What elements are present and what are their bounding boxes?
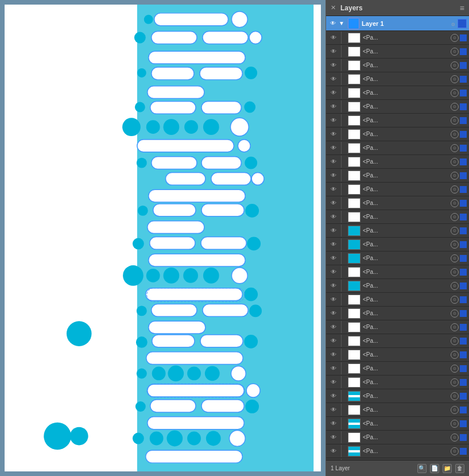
layer-row[interactable]: 👁<Pa...⊙	[326, 348, 469, 362]
close-icon[interactable]: ✕	[331, 4, 336, 11]
layer-row[interactable]: 👁<Pa...⊙	[326, 72, 469, 86]
layer-eye-icon[interactable]: 👁	[328, 407, 339, 413]
layers-menu-icon[interactable]: ≡	[460, 3, 464, 13]
layer-row[interactable]: 👁<Pa...⊙	[326, 251, 469, 265]
layer-group-eye[interactable]: 👁	[328, 20, 338, 26]
layer-visibility-icon[interactable]: ⊙	[451, 337, 459, 345]
layer-visibility-icon[interactable]: ⊙	[451, 268, 459, 276]
layer-row[interactable]: 👁<Pa...⊙	[326, 417, 469, 431]
layer-eye-icon[interactable]: 👁	[328, 172, 339, 179]
layer-row[interactable]: 👁<Pa...⊙	[326, 224, 469, 238]
layer-visibility-icon[interactable]: ⊙	[451, 378, 459, 386]
layer-visibility-icon[interactable]: ⊙	[451, 172, 459, 180]
layer-row[interactable]: 👁<Pa...⊙	[326, 183, 469, 196]
layer-visibility-icon[interactable]: ⊙	[451, 406, 459, 414]
layer-eye-icon[interactable]: 👁	[328, 62, 339, 68]
layer-group-lock[interactable]: ⊙	[451, 20, 455, 27]
layer-row[interactable]: 👁<Pa...⊙	[326, 293, 469, 307]
layer-row[interactable]: 👁<Pa...⊙	[326, 100, 469, 114]
layer-row[interactable]: 👁<Pa...⊙	[326, 431, 469, 444]
layer-eye-icon[interactable]: 👁	[328, 310, 339, 316]
layer-row[interactable]: 👁<Pa...⊙	[326, 444, 469, 458]
layer-visibility-icon[interactable]: ⊙	[451, 117, 459, 125]
layer-row[interactable]: 👁<Pa...⊙	[326, 362, 469, 376]
layer-row[interactable]: 👁<Pa...⊙	[326, 127, 469, 141]
layer-eye-icon[interactable]: 👁	[328, 90, 339, 96]
layer-eye-icon[interactable]: 👁	[328, 338, 339, 344]
layer-row[interactable]: 👁<Pa...⊙	[326, 265, 469, 279]
layer-visibility-icon[interactable]: ⊙	[451, 392, 459, 400]
layer-visibility-icon[interactable]: ⊙	[451, 309, 459, 318]
layer-row[interactable]: 👁<Pa...⊙	[326, 320, 469, 334]
layer-row[interactable]: 👁<Pa...⊙	[326, 59, 469, 72]
layer-eye-icon[interactable]: 👁	[328, 200, 339, 206]
layer-visibility-icon[interactable]: ⊙	[451, 103, 459, 111]
group-layer-button[interactable]: 📁	[443, 464, 452, 473]
layer-eye-icon[interactable]: 👁	[328, 131, 339, 137]
layer-group-arrow[interactable]: ▼	[338, 20, 346, 26]
layer-visibility-icon[interactable]: ⊙	[451, 158, 459, 166]
layer-row[interactable]: 👁<Pa...⊙	[326, 376, 469, 389]
layer-visibility-icon[interactable]: ⊙	[451, 130, 459, 138]
layer-eye-icon[interactable]: 👁	[328, 103, 339, 110]
layer-eye-icon[interactable]: 👁	[328, 255, 339, 261]
layer-row[interactable]: 👁<Pa...⊙	[326, 279, 469, 293]
layer-eye-icon[interactable]: 👁	[328, 241, 339, 247]
layer-group-row[interactable]: 👁 ▼ Layer 1 ⊙	[326, 16, 469, 31]
layer-row[interactable]: 👁<Pa...⊙	[326, 307, 469, 320]
layer-row[interactable]: 👁<Pa...⊙	[326, 31, 469, 45]
layer-row[interactable]: 👁<Pa...⊙	[326, 114, 469, 127]
layer-eye-icon[interactable]: 👁	[328, 420, 339, 427]
layer-visibility-icon[interactable]: ⊙	[451, 227, 459, 235]
layer-eye-icon[interactable]: 👁	[328, 351, 339, 358]
layer-row[interactable]: 👁<Pa...⊙	[326, 86, 469, 100]
layer-row[interactable]: 👁<Pa...⊙	[326, 196, 469, 210]
layer-eye-icon[interactable]: 👁	[328, 117, 339, 123]
layer-eye-icon[interactable]: 👁	[328, 214, 339, 220]
layer-visibility-icon[interactable]: ⊙	[451, 296, 459, 304]
layer-row[interactable]: 👁<Pa...⊙	[326, 45, 469, 59]
layer-eye-icon[interactable]: 👁	[328, 76, 339, 82]
trash-button[interactable]: 🗑	[455, 464, 464, 473]
layer-visibility-icon[interactable]: ⊙	[451, 213, 459, 221]
layer-visibility-icon[interactable]: ⊙	[451, 447, 459, 455]
layer-eye-icon[interactable]: 👁	[328, 269, 339, 275]
layer-visibility-icon[interactable]: ⊙	[451, 185, 459, 194]
layer-visibility-icon[interactable]: ⊙	[451, 199, 459, 207]
layer-visibility-icon[interactable]: ⊙	[451, 323, 459, 331]
search-layers-button[interactable]: 🔍	[417, 464, 427, 473]
layer-visibility-icon[interactable]: ⊙	[451, 34, 459, 42]
layer-eye-icon[interactable]: 👁	[328, 434, 339, 440]
layer-row[interactable]: 👁<Pa...⊙	[326, 169, 469, 183]
layer-eye-icon[interactable]: 👁	[328, 186, 339, 192]
layer-eye-icon[interactable]: 👁	[328, 34, 339, 41]
layer-row[interactable]: 👁<Pa...⊙	[326, 155, 469, 169]
layer-visibility-icon[interactable]: ⊙	[451, 48, 459, 56]
layer-eye-icon[interactable]: 👁	[328, 365, 339, 371]
layer-visibility-icon[interactable]: ⊙	[451, 61, 459, 69]
layer-visibility-icon[interactable]: ⊙	[451, 420, 459, 428]
layer-row[interactable]: 👁<Pa...⊙	[326, 389, 469, 403]
layer-row[interactable]: 👁<Pa...⊙	[326, 141, 469, 155]
layer-row[interactable]: 👁<Pa...⊙	[326, 238, 469, 251]
layer-visibility-icon[interactable]: ⊙	[451, 434, 459, 442]
layer-eye-icon[interactable]: 👁	[328, 48, 339, 55]
layer-eye-icon[interactable]: 👁	[328, 296, 339, 303]
layer-eye-icon[interactable]: 👁	[328, 324, 339, 330]
layer-visibility-icon[interactable]: ⊙	[451, 241, 459, 249]
layer-eye-icon[interactable]: 👁	[328, 158, 339, 165]
layer-eye-icon[interactable]: 👁	[328, 448, 339, 454]
layer-row[interactable]: 👁<Pa...⊙	[326, 334, 469, 348]
layer-visibility-icon[interactable]: ⊙	[451, 365, 459, 373]
layer-visibility-icon[interactable]: ⊙	[451, 254, 459, 262]
layer-eye-icon[interactable]: 👁	[328, 393, 339, 399]
layer-visibility-icon[interactable]: ⊙	[451, 75, 459, 83]
layer-visibility-icon[interactable]: ⊙	[451, 282, 459, 290]
layer-visibility-icon[interactable]: ⊙	[451, 89, 459, 97]
layer-eye-icon[interactable]: 👁	[328, 282, 339, 289]
layer-row[interactable]: 👁<Pa...⊙	[326, 403, 469, 417]
layer-eye-icon[interactable]: 👁	[328, 379, 339, 385]
layer-eye-icon[interactable]: 👁	[328, 145, 339, 151]
layer-eye-icon[interactable]: 👁	[328, 227, 339, 234]
layer-row[interactable]: 👁<Pa...⊙	[326, 210, 469, 224]
